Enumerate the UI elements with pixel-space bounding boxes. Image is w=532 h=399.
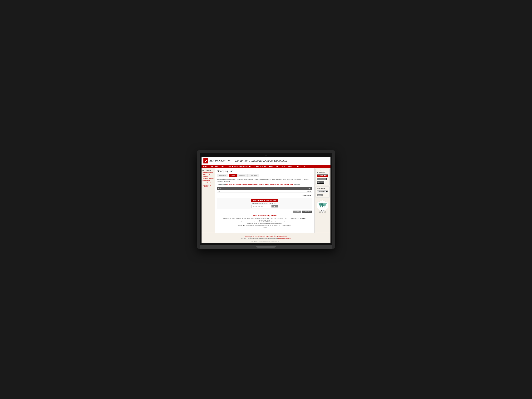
registration-suffix: Conference: [293, 184, 300, 185]
sidebar-item-enduring[interactable]: Enduring Materials: [202, 177, 215, 180]
billing-notice-line3: If not please change the address in orde…: [220, 223, 309, 225]
laptop-outer: O The Ohio State University Wexner Medic…: [197, 150, 335, 249]
promo-input-row: APPLY: [252, 205, 278, 208]
nav-moc[interactable]: MOC: [220, 165, 227, 168]
registration-info: Registration for The Ohio State Universi…: [217, 184, 312, 186]
nav-bar: Home About Us MOC CME Hospital Subscript…: [202, 165, 330, 168]
user-name: Ms. Bob Carroll: [317, 172, 328, 173]
footer-link-privacy[interactable]: Privacy Policy: [251, 236, 257, 237]
accme-badge: ACCME ACCREDITED WITH COMMENDATION: [316, 199, 329, 215]
table-header-price: Price: [260, 187, 312, 190]
medical-center-name: Wexner Medical Center: [209, 161, 232, 162]
osu-logo-icon: O: [203, 158, 208, 164]
search-button[interactable]: Search: [317, 194, 323, 196]
footer-accessibility: If you have a disability and experience …: [203, 238, 329, 240]
laptop-camera: [266, 155, 266, 156]
footer-link-nondiscrim[interactable]: Notice of Non-Discrimination: [274, 236, 287, 237]
greeting-box: Good Morning Ms. Bob Carroll ADMIN SECTI…: [316, 169, 329, 185]
step-review[interactable]: Review: [228, 174, 237, 177]
my-account-button[interactable]: MY ACCOUNT: [317, 178, 327, 180]
footer-link-osu[interactable]: The Ohio State Medical Center: [258, 236, 272, 237]
site-footer: © 2019 The Ohio State University Center …: [202, 233, 330, 243]
page-title: Shopping Cart: [217, 170, 312, 173]
content-area: Shopping Cart Select Items Review Check …: [215, 168, 314, 233]
sidebar-item-learning[interactable]: Learning From Teaching: [202, 184, 215, 188]
footer-built-by-text: Built By ■ WORKLINE CLOUD COLUMBUS WEB D…: [252, 240, 280, 242]
table-header-item: Item: [217, 187, 260, 190]
laptop-screen: O The Ohio State University Wexner Medic…: [202, 157, 330, 243]
sidebar-item-online-education[interactable]: Online Education: [202, 171, 215, 174]
nav-cme-hospital[interactable]: CME Hospital Subscriptions: [227, 165, 253, 168]
steps-bar: Select Items Review Check Out Confirmati…: [217, 174, 312, 177]
promo-hint: Please enter it below and hit the apply …: [252, 203, 277, 204]
sidebar: CME Activities Online Education Webcasts…: [202, 168, 215, 233]
sidebar-item-conferences[interactable]: Conferences: [202, 180, 215, 182]
logout-button[interactable]: LOG OUT: [317, 181, 324, 184]
total-label: TOTAL:: [302, 194, 307, 196]
site-logo: O The Ohio State University Wexner Medic…: [203, 158, 232, 164]
nav-cme-activities[interactable]: CME Activities: [253, 165, 268, 168]
promo-box: Would you like to apply a promo code? Pl…: [217, 198, 312, 209]
main-layout: CME Activities Online Education Webcasts…: [202, 168, 330, 233]
billing-notice-title: Please Check Your Billing Address: [220, 215, 309, 216]
footer-accessibility-email[interactable]: Barbara.Berry@osumc.edu: [278, 238, 291, 239]
university-name: The Ohio State University: [209, 159, 232, 161]
nav-faqs[interactable]: FAQs: [287, 165, 294, 168]
apply-button[interactable]: APPLY: [272, 205, 278, 208]
accme-logo-icon: ACCME ACCREDITED WITH COMMENDATION: [316, 199, 329, 214]
table-row: All $25.00: [217, 190, 312, 193]
greeting-text: Good Morning: [317, 170, 328, 172]
step-select-items[interactable]: Select Items: [217, 174, 228, 177]
laptop-base: [200, 245, 332, 249]
table-cell-item: All: [217, 190, 260, 193]
promo-title: Would you like to apply a promo code?: [251, 199, 278, 202]
cart-total-row: TOTAL: $25.00: [217, 194, 312, 196]
nav-contact[interactable]: Contact Us: [294, 165, 306, 168]
table-cell-price: $25.00: [260, 190, 312, 193]
osu-name-block: The Ohio State University Wexner Medical…: [209, 159, 232, 162]
registration-prefix: Registration for: [217, 184, 226, 185]
search-box: Search CCME Select Activity Search: [316, 187, 329, 197]
total-value: $25.00: [307, 194, 311, 196]
cancel-button[interactable]: CANCEL: [293, 210, 301, 213]
footer-built-by: Built By ■ WORKLINE CLOUD COLUMBUS WEB D…: [203, 240, 329, 242]
nav-home[interactable]: Home: [202, 165, 209, 168]
laptop-screen-bezel: O The Ohio State University Wexner Medic…: [200, 153, 332, 245]
registration-conference-name: The Ohio State University Samuel Catalan…: [226, 184, 293, 185]
billing-notice: Please Check Your Billing Address You ar…: [217, 215, 312, 228]
review-text: Please review your selected items and pr…: [217, 179, 312, 183]
billing-notice-line5: Thank you: [220, 227, 309, 228]
footer-links: Disclaimer | Privacy Policy | The Ohio S…: [203, 236, 329, 238]
billing-notice-line1: You are about to transfer from the OSU C…: [220, 217, 309, 221]
footer-copyright: © 2019 The Ohio State University Center …: [203, 234, 329, 236]
billing-notice-line2: Please make sure the address listed is t…: [220, 221, 309, 223]
right-sidebar: Good Morning Ms. Bob Carroll ADMIN SECTI…: [314, 168, 330, 233]
laptop-base-ridge: [256, 246, 276, 248]
sidebar-item-webcasts[interactable]: Webcasts On Demand: [202, 174, 215, 177]
svg-text:COMMENDATION: COMMENDATION: [319, 212, 326, 213]
cart-table: Item Price All $25.00: [217, 187, 312, 193]
admin-section-button[interactable]: ADMIN SECTION: [317, 174, 328, 177]
search-select[interactable]: Select Activity: [317, 190, 328, 193]
promo-input[interactable]: [252, 205, 271, 208]
sidebar-item-grand-rounds[interactable]: Grand Rounds: [202, 182, 215, 184]
svg-text:ACCME: ACCME: [321, 210, 325, 211]
checkout-button[interactable]: CHECK OUT: [302, 210, 312, 213]
site-header: O The Ohio State University Wexner Medic…: [202, 157, 330, 165]
footer-link-disclaimer[interactable]: Disclaimer: [245, 236, 250, 237]
nav-plan-cme[interactable]: Plan a CME Activity: [268, 165, 287, 168]
step-checkout[interactable]: Check Out: [237, 174, 248, 177]
sidebar-section-title: CME Activities: [202, 169, 215, 171]
site-title: Center for Continuing Medical Education: [235, 159, 287, 163]
search-title: Search CCME: [317, 188, 328, 189]
action-buttons: CANCEL CHECK OUT: [217, 210, 312, 213]
nav-about[interactable]: About Us: [209, 165, 220, 168]
billing-notice-line4: If the BILLING address is wrong, your cr…: [220, 225, 309, 226]
step-confirmation[interactable]: Confirmation: [248, 174, 260, 177]
